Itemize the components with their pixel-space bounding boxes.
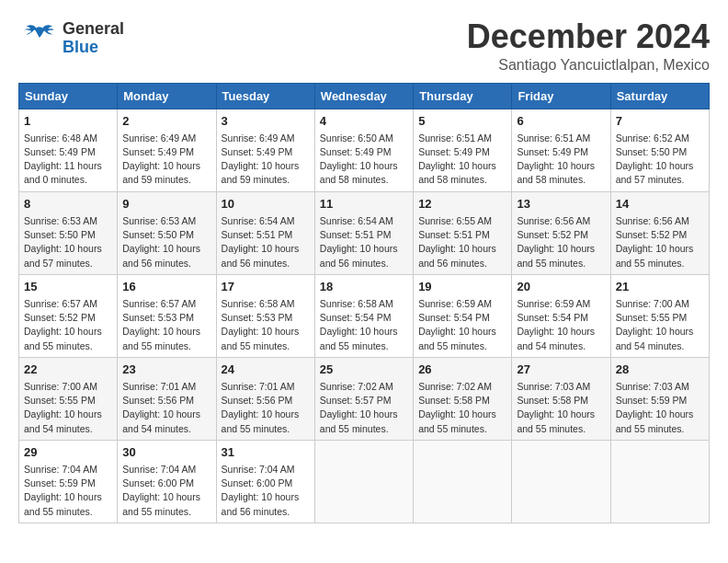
day-number-4: 4: [320, 113, 408, 130]
day-cell-1: 1Sunrise: 6:48 AMSunset: 5:49 PMDaylight…: [19, 109, 118, 191]
empty-cell: [512, 440, 610, 523]
day-number-5: 5: [418, 113, 506, 130]
day-number-31: 31: [222, 444, 310, 461]
day-info-26: Sunrise: 7:02 AMSunset: 5:58 PMDaylight:…: [418, 380, 506, 436]
calendar-row-5: 29Sunrise: 7:04 AMSunset: 5:59 PMDayligh…: [19, 440, 710, 523]
day-number-29: 29: [24, 444, 112, 461]
calendar-row-3: 15Sunrise: 6:57 AMSunset: 5:52 PMDayligh…: [19, 274, 710, 357]
day-number-24: 24: [222, 362, 310, 378]
day-cell-11: 11Sunrise: 6:54 AMSunset: 5:51 PMDayligh…: [314, 191, 413, 274]
day-info-10: Sunrise: 6:54 AMSunset: 5:51 PMDaylight:…: [222, 214, 310, 270]
title-block: December 2024 Santiago Yancuictlalpan, M…: [467, 18, 710, 74]
day-number-13: 13: [517, 196, 605, 213]
day-info-31: Sunrise: 7:04 AMSunset: 6:00 PMDaylight:…: [222, 463, 310, 519]
day-cell-5: 5Sunrise: 6:51 AMSunset: 5:49 PMDaylight…: [414, 109, 512, 191]
empty-cell: [314, 440, 413, 523]
day-info-7: Sunrise: 6:52 AMSunset: 5:50 PMDaylight:…: [616, 132, 704, 188]
month-title: December 2024: [467, 18, 710, 55]
logo-general: General: [63, 20, 124, 39]
day-info-23: Sunrise: 7:01 AMSunset: 5:56 PMDaylight:…: [122, 380, 210, 436]
day-info-14: Sunrise: 6:56 AMSunset: 5:52 PMDaylight:…: [616, 214, 704, 270]
day-cell-3: 3Sunrise: 6:49 AMSunset: 5:49 PMDaylight…: [216, 109, 314, 191]
day-cell-27: 27Sunrise: 7:03 AMSunset: 5:58 PMDayligh…: [512, 357, 610, 440]
day-number-19: 19: [418, 279, 506, 295]
day-number-11: 11: [320, 196, 408, 213]
day-info-21: Sunrise: 7:00 AMSunset: 5:55 PMDaylight:…: [616, 297, 704, 353]
day-number-21: 21: [616, 279, 704, 295]
day-info-8: Sunrise: 6:53 AMSunset: 5:50 PMDaylight:…: [24, 214, 112, 270]
day-cell-10: 10Sunrise: 6:54 AMSunset: 5:51 PMDayligh…: [216, 191, 314, 274]
day-cell-31: 31Sunrise: 7:04 AMSunset: 6:00 PMDayligh…: [216, 440, 314, 523]
col-thursday: Thursday: [414, 83, 512, 109]
day-info-15: Sunrise: 6:57 AMSunset: 5:52 PMDaylight:…: [24, 297, 112, 353]
logo-blue: Blue: [63, 39, 124, 57]
col-tuesday: Tuesday: [216, 83, 314, 109]
calendar-header-row: Sunday Monday Tuesday Wednesday Thursday…: [19, 83, 710, 109]
day-cell-20: 20Sunrise: 6:59 AMSunset: 5:54 PMDayligh…: [512, 274, 610, 357]
location-title: Santiago Yancuictlalpan, Mexico: [467, 57, 710, 74]
day-number-8: 8: [24, 196, 112, 213]
day-info-13: Sunrise: 6:56 AMSunset: 5:52 PMDaylight:…: [517, 214, 605, 270]
col-sunday: Sunday: [19, 83, 118, 109]
day-info-16: Sunrise: 6:57 AMSunset: 5:53 PMDaylight:…: [122, 297, 210, 353]
empty-cell: [610, 440, 709, 523]
day-cell-12: 12Sunrise: 6:55 AMSunset: 5:51 PMDayligh…: [414, 191, 512, 274]
col-monday: Monday: [118, 83, 216, 109]
day-cell-25: 25Sunrise: 7:02 AMSunset: 5:57 PMDayligh…: [314, 357, 413, 440]
day-number-3: 3: [222, 113, 310, 130]
day-number-20: 20: [517, 279, 605, 295]
day-cell-24: 24Sunrise: 7:01 AMSunset: 5:56 PMDayligh…: [216, 357, 314, 440]
day-number-27: 27: [517, 362, 605, 378]
day-cell-29: 29Sunrise: 7:04 AMSunset: 5:59 PMDayligh…: [19, 440, 118, 523]
day-cell-16: 16Sunrise: 6:57 AMSunset: 5:53 PMDayligh…: [118, 274, 216, 357]
day-info-11: Sunrise: 6:54 AMSunset: 5:51 PMDaylight:…: [320, 214, 408, 270]
day-info-9: Sunrise: 6:53 AMSunset: 5:50 PMDaylight:…: [122, 214, 210, 270]
day-cell-4: 4Sunrise: 6:50 AMSunset: 5:49 PMDaylight…: [314, 109, 413, 191]
day-info-18: Sunrise: 6:58 AMSunset: 5:54 PMDaylight:…: [320, 297, 408, 353]
day-info-3: Sunrise: 6:49 AMSunset: 5:49 PMDaylight:…: [222, 132, 310, 188]
day-number-9: 9: [122, 196, 210, 213]
day-info-22: Sunrise: 7:00 AMSunset: 5:55 PMDaylight:…: [24, 380, 112, 436]
day-number-14: 14: [616, 196, 704, 213]
day-cell-28: 28Sunrise: 7:03 AMSunset: 5:59 PMDayligh…: [610, 357, 709, 440]
day-number-30: 30: [122, 444, 210, 461]
day-number-12: 12: [418, 196, 506, 213]
logo: General Blue: [18, 18, 124, 59]
day-info-20: Sunrise: 6:59 AMSunset: 5:54 PMDaylight:…: [517, 297, 605, 353]
col-friday: Friday: [512, 83, 610, 109]
day-number-1: 1: [24, 113, 112, 130]
day-info-28: Sunrise: 7:03 AMSunset: 5:59 PMDaylight:…: [616, 380, 704, 436]
day-number-16: 16: [122, 279, 210, 295]
calendar-table: Sunday Monday Tuesday Wednesday Thursday…: [18, 83, 710, 523]
day-number-7: 7: [616, 113, 704, 130]
page-header: General Blue December 2024 Santiago Yanc…: [18, 18, 710, 74]
day-cell-2: 2Sunrise: 6:49 AMSunset: 5:49 PMDaylight…: [118, 109, 216, 191]
day-number-15: 15: [24, 279, 112, 295]
day-cell-6: 6Sunrise: 6:51 AMSunset: 5:49 PMDaylight…: [512, 109, 610, 191]
day-cell-26: 26Sunrise: 7:02 AMSunset: 5:58 PMDayligh…: [414, 357, 512, 440]
day-info-25: Sunrise: 7:02 AMSunset: 5:57 PMDaylight:…: [320, 380, 408, 436]
logo-text: General Blue: [63, 20, 124, 57]
day-cell-30: 30Sunrise: 7:04 AMSunset: 6:00 PMDayligh…: [118, 440, 216, 523]
day-cell-17: 17Sunrise: 6:58 AMSunset: 5:53 PMDayligh…: [216, 274, 314, 357]
day-info-4: Sunrise: 6:50 AMSunset: 5:49 PMDaylight:…: [320, 132, 408, 188]
calendar-row-2: 8Sunrise: 6:53 AMSunset: 5:50 PMDaylight…: [19, 191, 710, 274]
day-info-17: Sunrise: 6:58 AMSunset: 5:53 PMDaylight:…: [222, 297, 310, 353]
day-info-24: Sunrise: 7:01 AMSunset: 5:56 PMDaylight:…: [222, 380, 310, 436]
day-cell-21: 21Sunrise: 7:00 AMSunset: 5:55 PMDayligh…: [610, 274, 709, 357]
day-info-5: Sunrise: 6:51 AMSunset: 5:49 PMDaylight:…: [418, 132, 506, 188]
day-number-17: 17: [222, 279, 310, 295]
calendar-row-4: 22Sunrise: 7:00 AMSunset: 5:55 PMDayligh…: [19, 357, 710, 440]
day-info-6: Sunrise: 6:51 AMSunset: 5:49 PMDaylight:…: [517, 132, 605, 188]
day-cell-13: 13Sunrise: 6:56 AMSunset: 5:52 PMDayligh…: [512, 191, 610, 274]
day-number-2: 2: [122, 113, 210, 130]
day-cell-9: 9Sunrise: 6:53 AMSunset: 5:50 PMDaylight…: [118, 191, 216, 274]
day-cell-18: 18Sunrise: 6:58 AMSunset: 5:54 PMDayligh…: [314, 274, 413, 357]
day-cell-15: 15Sunrise: 6:57 AMSunset: 5:52 PMDayligh…: [19, 274, 118, 357]
day-number-22: 22: [24, 362, 112, 378]
empty-cell: [414, 440, 512, 523]
day-cell-8: 8Sunrise: 6:53 AMSunset: 5:50 PMDaylight…: [19, 191, 118, 274]
logo-icon: [18, 18, 59, 59]
day-number-23: 23: [122, 362, 210, 378]
day-number-10: 10: [222, 196, 310, 213]
